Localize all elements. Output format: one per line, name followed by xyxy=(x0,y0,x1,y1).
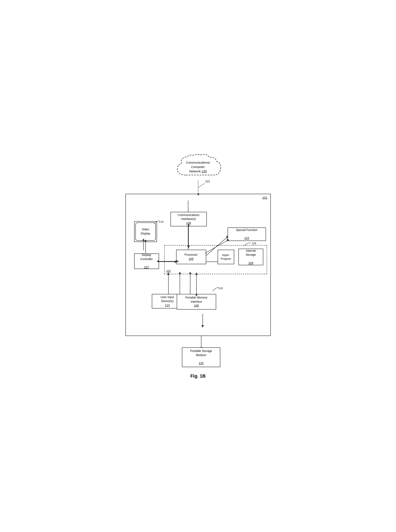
cloud-wrapper: Communications/ Computer Network 120 121 xyxy=(171,153,225,194)
video-display-inner: Video Display xyxy=(135,222,156,241)
video-display-block: Video Display xyxy=(134,221,157,242)
cloud-shape: Communications/ Computer Network 120 xyxy=(173,153,223,180)
diagram-area: Communications Interface(s) 108 Special … xyxy=(132,200,264,329)
appln-program-block: Appln. Program xyxy=(218,250,234,264)
inner-dashed-box: 102 Processor 105 Appln. Program Interna… xyxy=(164,245,267,274)
cloud-label: Communications/ Computer Network 120 xyxy=(186,160,210,173)
display-controller-block: Display Controller 107 xyxy=(134,253,159,269)
internal-storage-block: Internal Storage 109 xyxy=(238,249,263,265)
special-function-block: Special Function 110 xyxy=(227,227,266,241)
ref-119-label: 119 xyxy=(218,287,223,290)
portable-storage-block: Portable Storage Medium 125 xyxy=(182,347,220,367)
comms-interface-block: Communications Interface(s) 108 xyxy=(170,212,207,226)
svg-marker-20 xyxy=(201,325,204,328)
main-outer-box: 101 xyxy=(125,194,271,336)
svg-line-0 xyxy=(198,183,204,187)
page-container: Communications/ Computer Network 120 121… xyxy=(117,153,279,379)
figure-label: Fig. 1B xyxy=(190,373,206,379)
ref-114-label: 114 xyxy=(159,220,164,223)
portable-memory-block: Portable Memory Interface 106 xyxy=(177,294,216,310)
processor-block: Processor 105 xyxy=(176,250,206,264)
ref-133-label: 133 xyxy=(250,242,256,245)
main-box-ref: 101 xyxy=(262,196,267,199)
